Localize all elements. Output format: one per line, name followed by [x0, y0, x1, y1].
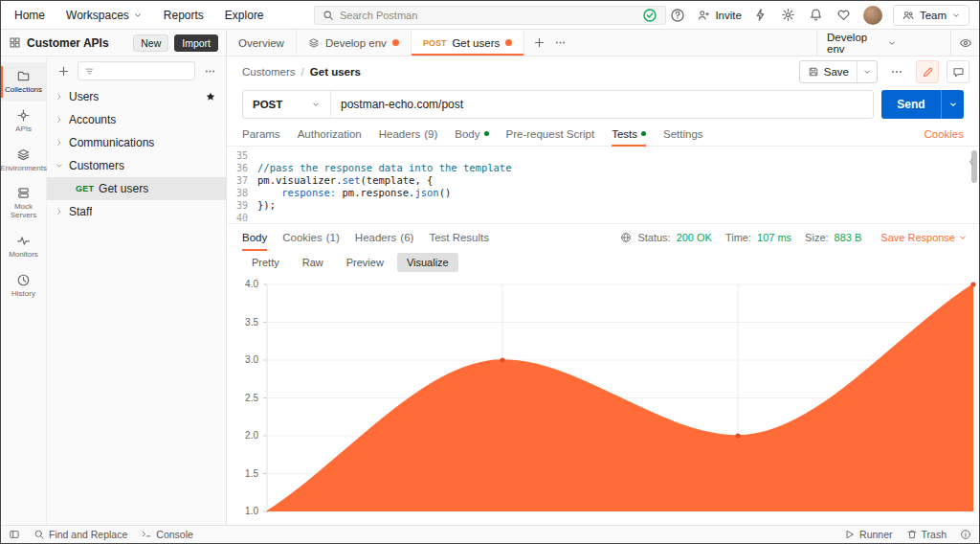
request-tab-tests[interactable]: Tests	[612, 122, 646, 146]
content-panel: OverviewDevelop envPOSTGet users Develop…	[227, 30, 979, 525]
documentation-edit-button[interactable]	[916, 60, 939, 83]
rail-mock-servers[interactable]: Mock Servers	[1, 179, 46, 227]
view-tab-visualize[interactable]: Visualize	[397, 253, 458, 272]
collapse-panel-chevron[interactable]	[966, 156, 977, 170]
help-icon[interactable]	[669, 7, 686, 24]
tab-overview[interactable]: Overview	[227, 30, 297, 56]
has-content-dot	[484, 131, 489, 136]
tree-item-customers[interactable]: Customers	[47, 154, 226, 177]
editor-line: 37pm.visualizer.set(template, {	[227, 174, 979, 187]
tests-code-editor[interactable]: 3536//pass the response data into the te…	[227, 147, 979, 223]
chevron-right-icon[interactable]	[55, 92, 64, 102]
chevron-right-icon[interactable]	[55, 115, 64, 125]
statusbar-sidebar-toggle-icon[interactable]	[9, 529, 20, 540]
rail-environments[interactable]: Environments	[1, 141, 46, 180]
statusbar-console[interactable]: Console	[141, 529, 193, 540]
response-header: BodyCookies(1)Headers(6)Test Results Sta…	[227, 223, 979, 250]
console-icon	[141, 529, 152, 540]
line-number: 40	[227, 212, 257, 223]
rail-apis[interactable]: APIs	[1, 102, 46, 141]
apis-icon	[16, 108, 31, 123]
response-tab-headers[interactable]: Headers(6)	[355, 224, 414, 250]
response-tab-body[interactable]: Body	[242, 224, 267, 250]
status-bar: Find and ReplaceConsole RunnerTrash	[1, 525, 979, 543]
notifications-bell-icon[interactable]	[808, 7, 825, 24]
response-tab-test-results[interactable]: Test Results	[429, 224, 489, 250]
import-button[interactable]: Import	[174, 34, 218, 52]
nav-explore[interactable]: Explore	[225, 9, 264, 22]
request-tab-body[interactable]: Body	[455, 122, 488, 146]
send-options-caret[interactable]	[941, 90, 964, 119]
cookies-link[interactable]: Cookies	[924, 128, 964, 140]
rail-history[interactable]: History	[1, 266, 46, 306]
tree-item-staff[interactable]: Staff	[47, 200, 226, 223]
rail-monitors[interactable]: Monitors	[1, 227, 46, 266]
request-tab-headers[interactable]: Headers(9)	[379, 122, 438, 146]
size-label: Size:	[805, 232, 828, 243]
tree-item-accounts[interactable]: Accounts	[47, 108, 226, 131]
team-menu-button[interactable]: Team	[893, 5, 969, 26]
unsaved-dot	[505, 39, 512, 46]
chevron-right-icon[interactable]	[55, 207, 64, 216]
statusbar-info-icon[interactable]	[960, 529, 971, 540]
chevron-down-icon	[311, 100, 321, 109]
save-response-button[interactable]: Save Response	[880, 232, 968, 243]
breadcrumb-get-users[interactable]: Get users	[310, 66, 361, 78]
sync-status-icon[interactable]	[641, 7, 658, 24]
statusbar-runner[interactable]: Runner	[844, 529, 892, 540]
chevron-right-icon[interactable]	[55, 138, 64, 147]
invite-button[interactable]: Invite	[697, 9, 742, 22]
svg-text:3.5: 3.5	[245, 317, 258, 328]
save-options-caret[interactable]	[857, 61, 877, 82]
response-tab-cookies[interactable]: Cookies(1)	[282, 224, 340, 250]
filter-collections-input[interactable]	[78, 61, 195, 80]
history-icon	[16, 273, 31, 287]
nav-reports[interactable]: Reports	[164, 9, 204, 22]
tab-get-users[interactable]: POSTGet users	[412, 30, 524, 56]
statusbar-trash[interactable]: Trash	[906, 529, 947, 540]
tree-item-users[interactable]: Users	[47, 85, 226, 108]
invite-person-icon	[697, 9, 710, 22]
tab-develop-env[interactable]: Develop env	[297, 30, 412, 56]
has-content-dot	[641, 131, 646, 136]
new-tab-button[interactable]	[530, 34, 547, 52]
request-tab-settings[interactable]: Settings	[663, 122, 703, 146]
tree-item-get-users[interactable]: GETGet users	[47, 177, 226, 200]
chevron-down-icon[interactable]	[55, 161, 64, 170]
rail-collections[interactable]: Collections	[1, 62, 46, 102]
add-collection-button[interactable]	[55, 62, 72, 79]
new-button[interactable]: New	[133, 34, 168, 52]
environment-selector[interactable]: Develop env	[817, 30, 950, 56]
tab-options-button[interactable]	[551, 34, 568, 52]
collection-menu-button[interactable]	[201, 62, 218, 79]
nav-workspaces[interactable]: Workspaces	[66, 9, 143, 22]
runner-icon	[844, 529, 856, 540]
method-selector[interactable]: POST	[243, 91, 331, 118]
view-tab-preview[interactable]: Preview	[337, 253, 393, 272]
bolt-icon[interactable]	[752, 7, 769, 24]
request-tab-params[interactable]: Params	[242, 122, 280, 146]
nav-home[interactable]: Home	[14, 9, 45, 22]
view-tab-pretty[interactable]: Pretty	[242, 253, 289, 272]
send-button[interactable]: Send	[881, 90, 964, 119]
global-search-input[interactable]: Search Postman	[314, 6, 666, 25]
request-tab-authorization[interactable]: Authorization	[298, 122, 362, 146]
heart-icon[interactable]	[835, 7, 853, 24]
view-tab-raw[interactable]: Raw	[293, 253, 333, 272]
star-icon[interactable]	[205, 91, 216, 102]
tree-item-communications[interactable]: Communications	[47, 131, 226, 154]
url-input[interactable]: postman-echo.com/post	[331, 91, 873, 118]
chevron-down-icon	[133, 11, 143, 20]
svg-text:2.0: 2.0	[245, 430, 258, 441]
settings-gear-icon[interactable]	[780, 7, 797, 24]
line-number: 39	[227, 199, 257, 212]
statusbar-find-and-replace[interactable]: Find and Replace	[33, 529, 127, 540]
search-placeholder: Search Postman	[340, 10, 417, 21]
user-avatar[interactable]	[863, 6, 882, 25]
comments-button[interactable]	[947, 60, 969, 83]
breadcrumb-customers[interactable]: Customers	[242, 66, 296, 78]
request-tab-pre-request-script[interactable]: Pre-request Script	[506, 122, 595, 146]
save-button[interactable]: Save	[799, 60, 878, 83]
request-more-actions-button[interactable]	[885, 60, 908, 83]
environment-quicklook-button[interactable]	[950, 30, 979, 56]
